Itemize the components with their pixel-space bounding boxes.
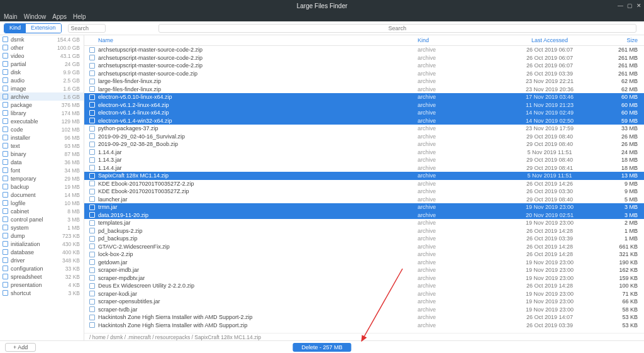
table-row[interactable]: GTAVC-2.WidescreenFix.ziparchive26 Oct 2… xyxy=(84,243,644,251)
sidebar-item-audio[interactable]: audio2.5 GB xyxy=(0,76,84,84)
table-row[interactable]: scraper-mpdbtv.jararchive19 Nov 2019 23:… xyxy=(84,274,644,283)
table-row[interactable]: lock-box-2.ziparchive26 Oct 2019 14:2832… xyxy=(84,250,644,259)
table-row[interactable]: archsetupscript-master-source-code.zipar… xyxy=(84,70,644,78)
table-row[interactable]: 1.14.3.jararchive29 Oct 2019 08:4018 MB xyxy=(84,156,644,164)
file-size: 24 MB xyxy=(600,149,644,155)
table-row[interactable]: Hackintosh Zone High Sierra Installer wi… xyxy=(84,322,644,330)
maximize-icon[interactable]: ▢ xyxy=(627,3,633,9)
file-name: electron-v6.1.2-linux-x64.zip xyxy=(98,102,418,108)
sidebar-item-control-panel[interactable]: control panel3 MB xyxy=(0,215,84,223)
sidebar-item-binary[interactable]: binary87 MB xyxy=(0,150,84,158)
file-icon xyxy=(89,86,95,92)
column-kind[interactable]: Kind xyxy=(418,37,499,43)
table-row[interactable]: python-packages-37.ziparchive23 Nov 2019… xyxy=(84,125,644,133)
sidebar-item-disk[interactable]: disk9.9 GB xyxy=(0,68,84,76)
sidebar-item-code[interactable]: code102 MB xyxy=(0,125,84,133)
table-row[interactable]: electron-v6.1.2-linux-x64.ziparchive11 N… xyxy=(84,101,644,109)
file-date: 26 Oct 2019 03:39 xyxy=(499,70,600,77)
tab-extension[interactable]: Extension xyxy=(26,24,61,33)
sidebar-item-installer[interactable]: installer96 MB xyxy=(0,133,84,142)
sidebar-item-label: binary xyxy=(11,151,26,157)
column-date[interactable]: Last Accessed xyxy=(499,37,600,43)
table-row[interactable]: KDE Ebook-20170201T003527Z.ziparchive26 … xyxy=(84,188,644,196)
table-row[interactable]: launcher.jararchive29 Oct 2019 08:405 MB xyxy=(84,196,644,204)
table-row[interactable]: KDE Ebook-20170201T003527Z-2.ziparchive2… xyxy=(84,180,644,188)
sidebar-item-backup[interactable]: backup19 MB xyxy=(0,182,84,191)
sidebar-item-size: 4 KB xyxy=(69,282,80,288)
sidebar-item-partial[interactable]: partial24 GB xyxy=(0,60,84,68)
menu-main[interactable]: Main xyxy=(4,13,18,20)
table-row[interactable]: archsetupscript-master-source-code-2.zip… xyxy=(84,62,644,70)
column-size[interactable]: Size xyxy=(600,37,644,43)
table-row[interactable]: scraper-tvdb.jararchive19 Nov 2019 23:00… xyxy=(84,306,644,314)
sidebar-item-system[interactable]: system1 MB xyxy=(0,223,84,232)
table-row[interactable]: scraper-imdb.jararchive19 Nov 2019 23:00… xyxy=(84,266,644,274)
sidebar-item-dsmk[interactable]: dsmk154.4 GB xyxy=(0,35,84,43)
menu-apps[interactable]: Apps xyxy=(52,13,67,20)
file-date: 26 Oct 2019 14:28 xyxy=(499,283,600,289)
add-button[interactable]: + Add xyxy=(5,343,36,352)
file-kind: archive xyxy=(418,314,499,320)
sidebar-item-dump[interactable]: dump723 KB xyxy=(0,232,84,240)
sidebar-item-cabinet[interactable]: cabinet8 MB xyxy=(0,207,84,215)
sidebar-item-archive[interactable]: archive1.6 GB xyxy=(0,92,84,101)
close-icon[interactable]: ✕ xyxy=(636,3,641,9)
table-row[interactable]: 2019-09-29_02-40-16_Survival.ziparchive2… xyxy=(84,133,644,141)
sidebar-item-executable[interactable]: executable129 MB xyxy=(0,117,84,125)
table-row[interactable]: large-files-finder-linux.ziparchive23 No… xyxy=(84,86,644,94)
sidebar-item-logfile[interactable]: logfile10 MB xyxy=(0,199,84,207)
file-list[interactable]: archsetupscript-master-source-code-2.zip… xyxy=(84,46,644,333)
sidebar-item-initialization[interactable]: initialization430 KB xyxy=(0,240,84,248)
sidebar-item-package[interactable]: package376 MB xyxy=(0,101,84,109)
sidebar-item-temporary[interactable]: temporary29 MB xyxy=(0,174,84,182)
table-row[interactable]: 1.14.4.jararchive29 Oct 2019 08:4118 MB xyxy=(84,164,644,172)
file-kind: archive xyxy=(418,133,499,140)
sidebar-search-input[interactable] xyxy=(68,24,106,33)
column-name[interactable]: Name xyxy=(84,37,418,43)
menu-window[interactable]: Window xyxy=(24,13,47,20)
table-row[interactable]: trmn.jararchive19 Nov 2019 23:003 MB xyxy=(84,203,644,211)
sidebar-item-label: control panel xyxy=(11,216,43,223)
main-search-input[interactable] xyxy=(158,24,636,33)
table-row[interactable]: getdown.jararchive19 Nov 2019 23:00190 K… xyxy=(84,259,644,267)
table-row[interactable]: pd_backups.ziparchive26 Oct 2019 03:391 … xyxy=(84,235,644,243)
sidebar-item-presentation[interactable]: presentation4 KB xyxy=(0,281,84,289)
sidebar-item-library[interactable]: library174 MB xyxy=(0,109,84,117)
sidebar-item-driver[interactable]: driver348 KB xyxy=(0,256,84,264)
sidebar-item-database[interactable]: database400 KB xyxy=(0,248,84,256)
sidebar-item-text[interactable]: text93 MB xyxy=(0,142,84,150)
table-row[interactable]: scraper-kodi.jararchive19 Nov 2019 23:00… xyxy=(84,290,644,298)
sidebar-item-shortcut[interactable]: shortcut3 KB xyxy=(0,289,84,297)
table-row[interactable]: pd_backups-2.ziparchive26 Oct 2019 14:28… xyxy=(84,227,644,235)
sidebar-item-video[interactable]: video43.1 GB xyxy=(0,52,84,60)
menu-help[interactable]: Help xyxy=(73,13,86,20)
table-row[interactable]: archsetupscript-master-source-code-2.zip… xyxy=(84,46,644,54)
sidebar-item-document[interactable]: document14 MB xyxy=(0,191,84,199)
sidebar-item-image[interactable]: image1.6 GB xyxy=(0,84,84,92)
file-kind: archive xyxy=(418,267,499,273)
table-row[interactable]: scraper-opensubtitles.jararchive19 Nov 2… xyxy=(84,298,644,306)
table-row[interactable]: electron-v6.1.4-linux-x64.ziparchive14 N… xyxy=(84,109,644,117)
minimize-icon[interactable]: — xyxy=(618,3,623,9)
sidebar-item-configuration[interactable]: configuration33 KB xyxy=(0,264,84,272)
delete-button[interactable]: Delete - 257 MB xyxy=(292,343,351,352)
sidebar-item-size: 34 MB xyxy=(64,167,80,174)
tab-kind[interactable]: Kind xyxy=(4,24,26,33)
table-row[interactable]: archsetupscript-master-source-code-2.zip… xyxy=(84,54,644,62)
file-name: data.2019-11-20.zip xyxy=(98,212,418,218)
table-row[interactable]: electron-v6.1.4-win32-x64.ziparchive14 N… xyxy=(84,117,644,125)
table-row[interactable]: templates.jararchive19 Nov 2019 23:002 M… xyxy=(84,219,644,227)
table-row[interactable]: Hackintosh Zone High Sierra Installer wi… xyxy=(84,313,644,322)
table-row[interactable]: electron-v5.0.10-linux-x64.ziparchive17 … xyxy=(84,93,644,101)
table-row[interactable]: Deus Ex Widescreen Utility 2-2.2.0.zipar… xyxy=(84,282,644,290)
sidebar-item-data[interactable]: data36 MB xyxy=(0,158,84,166)
list-header: Name Kind Last Accessed Size xyxy=(84,35,644,46)
table-row[interactable]: 1.14.4.jararchive5 Nov 2019 11:5124 MB xyxy=(84,148,644,157)
table-row[interactable]: large-files-finder-linux.ziparchive23 No… xyxy=(84,77,644,86)
table-row[interactable]: 2019-09-29_02-38-28_Boob.ziparchive29 Oc… xyxy=(84,140,644,148)
sidebar-item-other[interactable]: other100.0 GB xyxy=(0,43,84,52)
table-row[interactable]: SapixCraft 128x MC1.14.ziparchive5 Nov 2… xyxy=(84,172,644,180)
sidebar-item-spreadsheet[interactable]: spreadsheet32 KB xyxy=(0,272,84,281)
table-row[interactable]: data.2019-11-20.ziparchive20 Nov 2019 02… xyxy=(84,211,644,220)
sidebar-item-font[interactable]: font34 MB xyxy=(0,166,84,174)
